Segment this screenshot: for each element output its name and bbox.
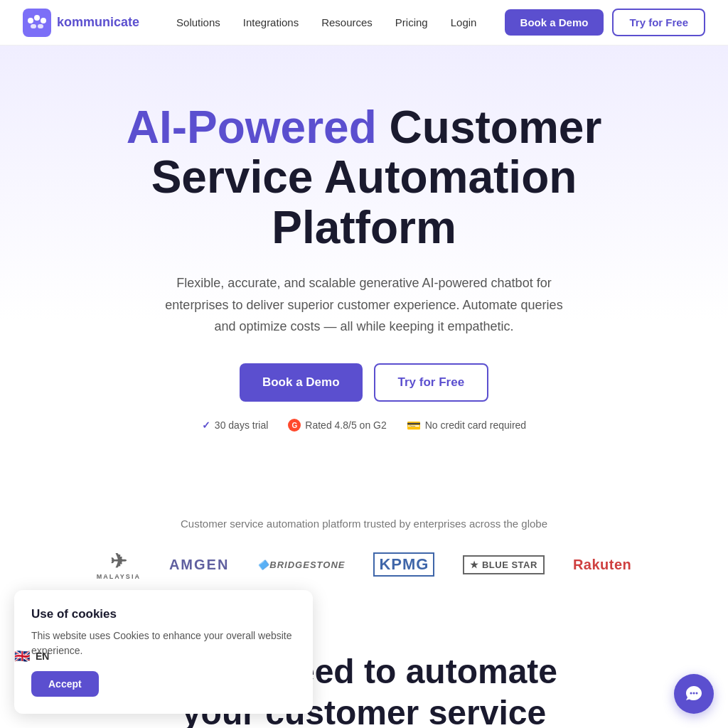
badge-no-cc: 💳 No credit card required bbox=[407, 419, 526, 432]
hero-title-highlight: AI-Powered bbox=[127, 102, 377, 153]
nav-login[interactable]: Login bbox=[442, 11, 486, 34]
cookie-title: Use of cookies bbox=[31, 607, 296, 621]
cookie-banner: Use of cookies This website uses Cookies… bbox=[14, 590, 313, 714]
chat-icon bbox=[685, 685, 703, 703]
malaysia-icon: ✈ bbox=[110, 550, 127, 573]
check-icon bbox=[202, 419, 210, 431]
svg-rect-5 bbox=[38, 24, 43, 28]
badge-trial: 30 days trial bbox=[202, 419, 268, 431]
hero-subtitle: Flexible, accurate, and scalable generat… bbox=[165, 272, 563, 338]
hero-book-demo-button[interactable]: Book a Demo bbox=[240, 363, 363, 402]
nav-pricing[interactable]: Pricing bbox=[387, 11, 437, 34]
flag-icon: 🇬🇧 bbox=[14, 648, 30, 664]
logo-text: kommunicate bbox=[57, 15, 139, 30]
nav-try-free-button[interactable]: Try for Free bbox=[612, 9, 705, 36]
svg-rect-4 bbox=[31, 24, 36, 28]
svg-point-8 bbox=[696, 692, 698, 695]
logos-row: ✈ MALAYSIA AMGEN 🔷BRIDGESTONE KPMG ★ BLU… bbox=[23, 550, 705, 580]
navbar: kommunicate Solutions Integrations Resou… bbox=[0, 0, 728, 46]
bluestar-text: BLUE STAR bbox=[482, 560, 537, 570]
logo-rakuten: Rakuten bbox=[573, 557, 631, 573]
svg-rect-0 bbox=[23, 9, 51, 37]
g2-icon: G bbox=[288, 419, 301, 432]
cookie-accept-button[interactable]: Accept bbox=[31, 671, 99, 697]
nav-resources[interactable]: Resources bbox=[313, 11, 381, 34]
logo-bluestar: ★ BLUE STAR bbox=[463, 555, 544, 574]
hero-title: AI-Powered Customer Service Automation P… bbox=[80, 102, 648, 252]
hero-badges: 30 days trial G Rated 4.8/5 on G2 💳 No c… bbox=[23, 419, 705, 432]
nav-links: Solutions Integrations Resources Pricing… bbox=[168, 11, 505, 34]
nav-actions: Book a Demo Try for Free bbox=[505, 9, 705, 36]
lang-code: EN bbox=[36, 651, 49, 662]
badge-rating: G Rated 4.8/5 on G2 bbox=[288, 419, 386, 432]
logo-bridgestone: 🔷BRIDGESTONE bbox=[257, 559, 345, 570]
hero-try-free-button[interactable]: Try for Free bbox=[374, 363, 489, 402]
nav-book-demo-button[interactable]: Book a Demo bbox=[505, 9, 604, 36]
nav-solutions[interactable]: Solutions bbox=[168, 11, 229, 34]
badge-no-cc-text: No credit card required bbox=[425, 419, 526, 431]
logo-amgen: AMGEN bbox=[169, 557, 229, 573]
card-icon: 💳 bbox=[407, 419, 421, 432]
logo[interactable]: kommunicate bbox=[23, 9, 139, 37]
svg-rect-1 bbox=[28, 18, 33, 23]
nav-integrations[interactable]: Integrations bbox=[235, 11, 307, 34]
badge-trial-text: 30 days trial bbox=[215, 419, 268, 431]
logo-malaysia: ✈ MALAYSIA bbox=[97, 550, 141, 580]
cookie-text: This website uses Cookies to enhance you… bbox=[31, 628, 296, 658]
chat-button[interactable] bbox=[674, 674, 714, 714]
trusted-text: Customer service automation platform tru… bbox=[23, 518, 705, 530]
svg-rect-2 bbox=[34, 15, 40, 21]
svg-rect-3 bbox=[41, 18, 46, 23]
bluestar-star: ★ bbox=[470, 560, 479, 570]
svg-point-7 bbox=[693, 692, 695, 695]
svg-point-6 bbox=[690, 692, 692, 695]
lang-selector[interactable]: 🇬🇧 EN bbox=[14, 648, 49, 664]
hero-section: AI-Powered Customer Service Automation P… bbox=[0, 46, 728, 503]
logo-kpmg: KPMG bbox=[373, 552, 434, 577]
hero-cta-group: Book a Demo Try for Free bbox=[23, 363, 705, 402]
bridgestone-text: 🔷BRIDGESTONE bbox=[257, 560, 345, 570]
badge-rating-text: Rated 4.8/5 on G2 bbox=[305, 419, 386, 431]
malaysia-text: MALAYSIA bbox=[97, 573, 141, 580]
